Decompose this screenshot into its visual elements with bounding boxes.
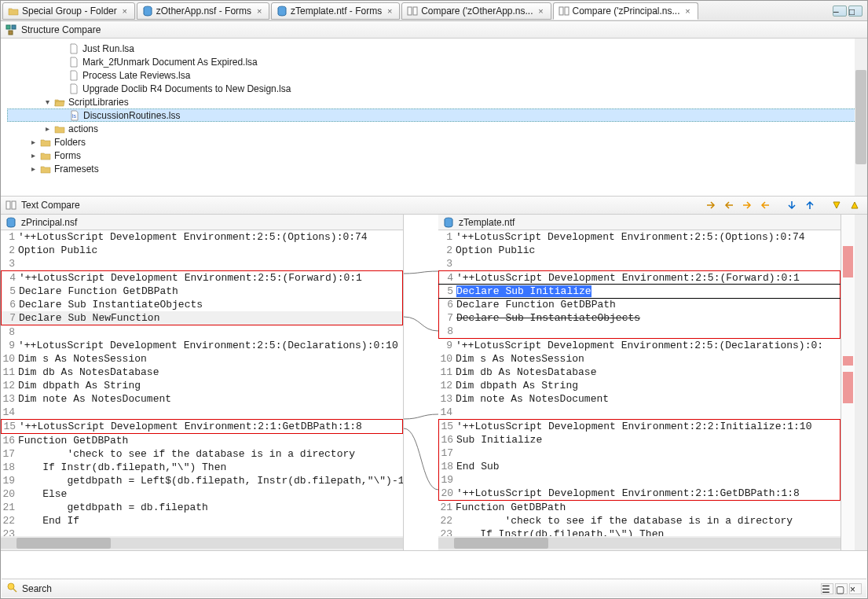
db-icon — [443, 217, 454, 228]
line-content: Function GetDBPath — [18, 434, 403, 447]
line-number: 7 — [2, 311, 19, 325]
tree-node[interactable]: Upgrade Doclib R4 Documents to New Desig… — [7, 82, 861, 95]
line-number: 6 — [439, 298, 456, 311]
close-icon[interactable]: × — [849, 583, 862, 594]
tree-node[interactable]: ▸Folders — [7, 135, 861, 149]
code-line: 17 — [438, 446, 841, 460]
copy-all-right-button[interactable] — [721, 198, 737, 212]
svg-rect-11 — [12, 201, 16, 209]
tree-scrollbar[interactable] — [855, 39, 867, 196]
line-content: If Instr(db.filepath,"\") Then — [18, 461, 403, 474]
compare-vscroll[interactable] — [855, 215, 867, 550]
script-icon: ls — [69, 110, 80, 121]
tree-node[interactable]: ▸Forms — [7, 149, 861, 162]
code-line: 11Dim db As NotesDatabase — [1, 366, 403, 379]
svg-rect-2 — [408, 7, 412, 15]
line-number: 16 — [1, 434, 18, 447]
caret-icon[interactable]: ▸ — [29, 164, 37, 173]
editor-tab[interactable]: Special Group - Folder× — [2, 2, 135, 20]
folder-icon — [54, 123, 65, 134]
prev-diff-button[interactable] — [802, 198, 818, 212]
tab-label: Compare ('zOtherApp.ns... — [421, 6, 533, 17]
editor-tab[interactable]: Compare ('zOtherApp.ns...× — [401, 2, 551, 20]
copy-all-left-button[interactable] — [703, 198, 719, 212]
code-line: 7Declare Sub NewFunction — [1, 311, 403, 325]
prev-change-button[interactable] — [847, 198, 863, 212]
line-number: 4 — [2, 271, 19, 285]
code-line: 10Dim s As NotesSession — [438, 352, 841, 366]
code-line: 4'++LotusScript Development Environment:… — [1, 270, 403, 285]
line-number: 2 — [438, 244, 456, 257]
svg-text:ls: ls — [72, 113, 77, 119]
structure-tree[interactable]: Just Run.lsaMark_2fUnmark Document As Ex… — [1, 39, 867, 196]
left-hscroll[interactable] — [1, 536, 403, 550]
line-number: 1 — [438, 230, 456, 244]
menu-icon[interactable]: ☰ — [821, 583, 833, 594]
line-content: '++LotusScript Development Environment:2… — [19, 271, 402, 285]
line-number: 15 — [439, 420, 456, 433]
code-line: 12Dim dbpath As String — [1, 379, 403, 392]
tree-node[interactable]: Process Late Reviews.lsa — [7, 68, 861, 82]
db-icon — [142, 6, 153, 17]
line-number: 15 — [2, 420, 19, 433]
window-controls: – □ — [833, 6, 863, 17]
code-line: 4'++LotusScript Development Environment:… — [438, 270, 841, 285]
line-number: 9 — [438, 339, 456, 352]
tree-node[interactable]: Just Run.lsa — [7, 42, 861, 55]
line-number: 1 — [1, 230, 18, 244]
line-content: Dim db As NotesDatabase — [18, 366, 403, 379]
maximize-button[interactable]: □ — [848, 6, 863, 17]
svg-line-15 — [13, 589, 16, 592]
line-content: Declare Sub InstantiateObjects — [456, 311, 840, 325]
tree-node[interactable]: ▸actions — [7, 122, 861, 135]
next-diff-button[interactable] — [784, 198, 800, 212]
next-change-button[interactable] — [829, 198, 844, 212]
svg-rect-4 — [559, 7, 563, 15]
line-content: Sub Initialize — [456, 433, 840, 446]
code-line: 21Function GetDBPath — [438, 501, 841, 514]
line-number: 16 — [439, 433, 456, 446]
code-line: 15'++LotusScript Development Environment… — [438, 419, 841, 433]
tab-close-icon[interactable]: × — [120, 6, 130, 16]
maximize-icon[interactable]: ▢ — [835, 583, 848, 594]
line-content: '++LotusScript Development Environment:2… — [19, 420, 402, 433]
caret-icon[interactable]: ▾ — [43, 97, 51, 106]
caret-icon[interactable]: ▸ — [43, 124, 51, 133]
folder-icon — [40, 164, 51, 175]
birdseye-ruler[interactable] — [841, 215, 855, 550]
tree-label: Folders — [54, 137, 86, 148]
editor-tab[interactable]: Compare ('zPrincipal.ns...× — [553, 2, 698, 20]
tab-close-icon[interactable]: × — [255, 6, 264, 16]
right-hscroll[interactable] — [438, 536, 841, 550]
caret-icon[interactable]: ▸ — [29, 138, 37, 146]
line-content — [18, 527, 403, 536]
minimize-button[interactable]: – — [833, 6, 847, 17]
text-compare-title: Text Compare — [21, 200, 80, 211]
compare-panes: zPrincipal.nsf 1'++LotusScript Developme… — [1, 215, 867, 551]
caret-icon[interactable]: ▸ — [29, 151, 37, 160]
tree-label: Mark_2fUnmark Document As Expired.lsa — [82, 57, 258, 68]
line-content: Else — [18, 487, 403, 501]
copy-right-button[interactable] — [757, 198, 773, 212]
line-content: Option Public — [18, 244, 403, 257]
tree-node[interactable]: ▸Framesets — [7, 162, 861, 175]
right-code-area[interactable]: 1'++LotusScript Development Environment:… — [438, 230, 841, 536]
line-number: 13 — [1, 392, 18, 406]
tab-close-icon[interactable]: × — [537, 6, 546, 16]
code-line: 1'++LotusScript Development Environment:… — [1, 230, 403, 244]
copy-left-button[interactable] — [739, 198, 755, 212]
code-line: 10Dim s As NotesSession — [1, 352, 403, 366]
tree-node[interactable]: Mark_2fUnmark Document As Expired.lsa — [7, 55, 861, 68]
code-line: 2Option Public — [438, 244, 841, 257]
left-code-area[interactable]: 1'++LotusScript Development Environment:… — [1, 230, 403, 536]
tree-node[interactable]: ▾ScriptLibraries — [7, 95, 861, 108]
line-number: 14 — [1, 406, 18, 419]
tree-node[interactable]: lsDiscussionRoutines.lss — [7, 108, 861, 122]
tab-close-icon[interactable]: × — [683, 6, 693, 16]
tab-close-icon[interactable]: × — [385, 6, 394, 16]
editor-tab[interactable]: zOtherApp.nsf - Forms× — [137, 2, 269, 20]
svg-rect-6 — [6, 25, 10, 29]
editor-tab[interactable]: zTemplate.ntf - Forms× — [271, 2, 400, 20]
tree-label: Just Run.lsa — [82, 43, 134, 54]
line-number: 9 — [1, 339, 18, 352]
